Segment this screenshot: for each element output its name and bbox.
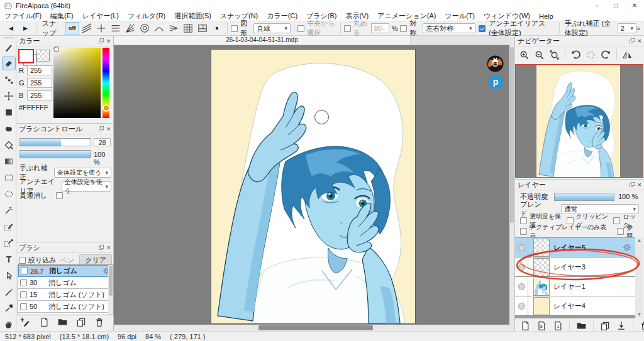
layer-row-selected[interactable]: レイヤー5 [515, 238, 635, 257]
close-icon[interactable]: × [107, 37, 111, 45]
symmetry-checkbox[interactable] [400, 25, 407, 32]
alpaca-badge-icon[interactable] [487, 55, 504, 72]
snap-concentric-button[interactable] [137, 22, 152, 35]
zoom-in-icon[interactable] [519, 50, 530, 60]
new-8bit-layer-button[interactable]: 8 [536, 321, 547, 331]
snap-off-button[interactable]: off [65, 22, 79, 35]
delete-brush-button[interactable] [94, 317, 104, 327]
antialias-select[interactable]: 全体設定を使う▾ [62, 181, 111, 192]
rotate-ccw-icon[interactable] [570, 50, 581, 60]
menu-filter[interactable]: フィルタ(R) [123, 11, 170, 21]
flip-horizontal-icon[interactable] [622, 50, 633, 60]
brush-opacity-slider[interactable] [19, 150, 91, 158]
close-icon[interactable]: × [638, 181, 641, 188]
rect-select-tool-button[interactable] [2, 171, 16, 185]
layer-settings-gear-icon[interactable] [623, 243, 631, 252]
canvas-h-scrollbar[interactable] [114, 325, 509, 331]
zoom-out-icon[interactable] [534, 50, 545, 60]
lasso-select-tool-button[interactable] [2, 187, 16, 201]
b-input[interactable]: 255 [27, 90, 52, 100]
menu-color[interactable]: カラー(C) [262, 11, 302, 21]
dock-icon[interactable] [98, 38, 104, 44]
saturation-value-picker[interactable] [53, 48, 101, 118]
operation-tool-button[interactable] [2, 269, 16, 283]
zoom-fit-icon[interactable] [549, 50, 560, 60]
pen-tool-button[interactable] [2, 41, 16, 55]
hand-tool-button[interactable] [2, 318, 16, 332]
snap-cross-button[interactable] [94, 22, 108, 35]
toolbar-overflow-button[interactable]: » [636, 24, 640, 32]
protect-alpha-checkbox[interactable] [520, 217, 527, 224]
g-input[interactable]: 255 [27, 78, 52, 88]
brush-row-selected[interactable]: 28.7 消しゴム [18, 265, 113, 277]
menu-snap[interactable]: スナップ(N) [216, 11, 262, 21]
gradient-tool-button[interactable] [2, 154, 16, 168]
foreground-color-swatch[interactable] [18, 49, 34, 63]
brush-fav-checkbox[interactable] [20, 279, 27, 286]
close-icon[interactable]: × [107, 244, 111, 251]
brush-size-value[interactable]: 28 [94, 138, 111, 146]
menu-select[interactable]: 選択範囲(S) [170, 11, 216, 21]
fill-tool-button[interactable] [2, 106, 16, 119]
new-layer-button[interactable] [520, 321, 530, 331]
scroll-up-icon[interactable]: ▲ [635, 237, 643, 244]
brush-fav-checkbox[interactable] [21, 268, 28, 274]
rotate-cw-icon[interactable] [601, 50, 611, 60]
canvas-v-scrollbar[interactable] [509, 36, 514, 331]
blob-tool-button[interactable] [2, 122, 16, 136]
duplicate-brush-button[interactable] [76, 317, 86, 327]
maximize-button[interactable]: □ [606, 1, 625, 11]
text-tool-button[interactable]: T [2, 252, 16, 266]
layer-row[interactable]: レイヤー4 [515, 296, 635, 316]
hue-bar[interactable] [103, 48, 109, 118]
snap-horizontal-button[interactable] [108, 22, 123, 35]
shape-select[interactable]: 直線▾ [253, 23, 291, 33]
brush-size-slider[interactable] [19, 138, 91, 146]
new-brush-button[interactable] [39, 317, 49, 327]
round-checkbox[interactable] [344, 25, 351, 32]
center-select-checkbox[interactable] [297, 25, 304, 32]
snap-dot-button[interactable] [209, 22, 224, 35]
menu-animation[interactable]: アニメーション(A) [373, 11, 440, 21]
dock-icon[interactable] [629, 38, 635, 44]
transparent-color-swatch[interactable] [36, 50, 50, 62]
snap-grid-button[interactable] [180, 22, 195, 35]
brush-row[interactable]: 30消しゴム [18, 277, 113, 289]
new-1bit-layer-button[interactable]: 1 [553, 321, 563, 331]
brush-fav-checkbox[interactable] [20, 315, 27, 316]
dock-icon[interactable] [629, 181, 635, 188]
add-brush-button[interactable] [20, 317, 31, 327]
select-pen-tool-button[interactable] [2, 220, 16, 234]
prev-brush-button[interactable]: ◀ [4, 22, 18, 35]
layer-visibility-toggle[interactable] [515, 257, 528, 276]
antialias-checkbox[interactable] [479, 25, 486, 32]
brush-folder-button[interactable] [57, 317, 68, 327]
brush-fav-checkbox[interactable] [20, 291, 27, 298]
stabilizer-select[interactable]: 全体設定を使う▾ [54, 168, 111, 178]
erase-through-checkbox[interactable] [56, 192, 63, 199]
delete-layer-button[interactable] [640, 321, 644, 331]
scatter-tool-button[interactable] [2, 73, 16, 87]
menu-layer[interactable]: レイヤー(L) [78, 11, 123, 21]
menu-file[interactable]: ファイル(F) [0, 11, 46, 21]
eraser-tool-button[interactable] [2, 57, 16, 70]
rotate-reset-icon[interactable] [586, 50, 596, 60]
navigator-view[interactable] [515, 64, 643, 178]
close-icon[interactable]: × [638, 37, 641, 45]
brush-fav-checkbox[interactable] [20, 303, 27, 310]
magic-wand-tool-button[interactable] [2, 203, 16, 217]
layer-list-scrollbar[interactable]: ▲ ▼ [635, 237, 643, 318]
move-tool-button[interactable] [2, 89, 16, 103]
snap-parallel-button[interactable] [79, 22, 94, 35]
minimize-button[interactable]: – [587, 1, 606, 11]
lock-checkbox[interactable] [613, 217, 620, 224]
shape-checkbox[interactable] [231, 25, 238, 32]
next-brush-button[interactable]: ▶ [18, 22, 33, 35]
select-eraser-tool-button[interactable] [2, 236, 16, 250]
p-badge-icon[interactable]: p [489, 75, 502, 89]
brush-row[interactable]: 50消しゴム (ソフト) [18, 301, 113, 313]
snap-radial-button[interactable] [123, 22, 137, 35]
round-value-spinner[interactable]: 80⌄ [371, 23, 389, 33]
snap-panel-button[interactable] [195, 22, 209, 35]
layer-folder-button[interactable] [576, 320, 587, 331]
